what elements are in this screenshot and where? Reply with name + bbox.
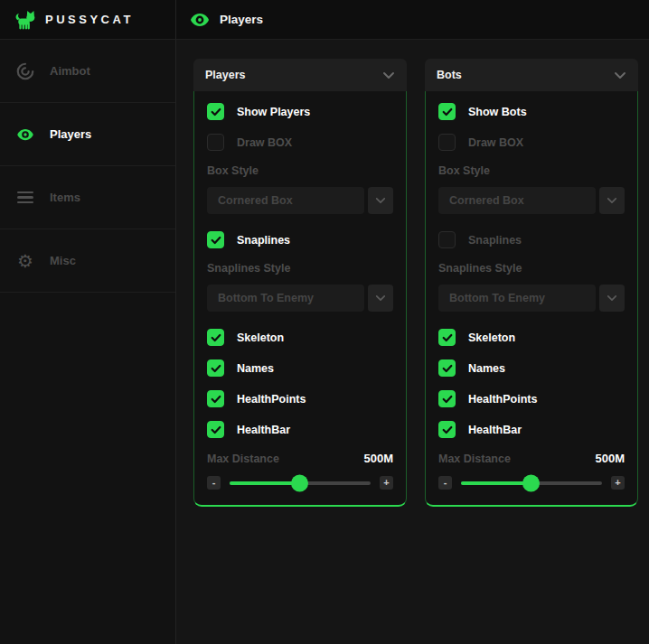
main-content: Players Show Players Draw BOX: [176, 40, 649, 644]
checkbox-icon[interactable]: [438, 134, 456, 151]
sidebar-item-aimbot[interactable]: Aimbot: [0, 40, 175, 103]
skeleton-checkbox-row[interactable]: Skeleton: [438, 329, 625, 346]
panel-header[interactable]: Bots: [425, 59, 638, 91]
chevron-down-icon: [614, 71, 626, 79]
increase-button[interactable]: +: [611, 476, 625, 490]
checkbox-label: HealthPoints: [237, 393, 306, 406]
snaplines-style-select-button[interactable]: [368, 285, 393, 312]
box-style-select-row: Cornered Box: [438, 187, 625, 214]
checkbox-label: Names: [237, 362, 274, 375]
eye-icon: [190, 13, 210, 27]
cat-logo-icon: [13, 9, 36, 31]
snaplines-style-select-button[interactable]: [599, 285, 625, 312]
healthbar-checkbox-row[interactable]: HealthBar: [207, 421, 393, 438]
chevron-down-icon: [607, 197, 617, 204]
slider-track[interactable]: [461, 481, 602, 485]
snaplines-checkbox-row[interactable]: Snaplines: [207, 231, 393, 248]
max-distance-row: Max Distance 500M: [207, 452, 393, 465]
sidebar-item-items[interactable]: Items: [0, 166, 175, 229]
sidebar-item-label: Items: [50, 191, 80, 204]
box-style-select[interactable]: Cornered Box: [207, 187, 364, 214]
box-style-select[interactable]: Cornered Box: [438, 187, 596, 214]
select-value: Bottom To Enemy: [218, 292, 314, 304]
checkbox-icon[interactable]: [207, 134, 224, 151]
snaplines-style-select-row: Bottom To Enemy: [438, 285, 625, 312]
page-header: Players: [176, 0, 649, 40]
sidebar-item-players[interactable]: Players: [0, 103, 175, 166]
sidebar: Aimbot Players Items ⚙ Misc: [0, 40, 176, 644]
select-value: Cornered Box: [449, 194, 524, 207]
healthbar-checkbox-row[interactable]: HealthBar: [438, 421, 625, 438]
chevron-down-icon: [375, 294, 386, 302]
healthpoints-checkbox-row[interactable]: HealthPoints: [207, 390, 393, 407]
box-style-select-row: Cornered Box: [207, 187, 393, 214]
checkbox-icon[interactable]: [207, 390, 224, 407]
checkbox-label: Names: [468, 362, 505, 375]
checkbox-icon[interactable]: [438, 103, 456, 120]
sidebar-item-label: Players: [50, 127, 91, 141]
slider-thumb[interactable]: [522, 474, 540, 491]
panel-body: Show Bots Draw BOX Box Style Cornered Bo…: [425, 91, 638, 507]
checkbox-icon[interactable]: [207, 359, 224, 377]
checkbox-icon[interactable]: [438, 359, 456, 377]
box-style-select-button[interactable]: [599, 187, 625, 214]
slider-fill: [461, 481, 531, 485]
skeleton-checkbox-row[interactable]: Skeleton: [207, 329, 393, 346]
max-distance-label: Max Distance: [207, 453, 279, 465]
select-value: Bottom To Enemy: [449, 292, 545, 304]
slider-thumb[interactable]: [291, 474, 308, 491]
checkbox-icon[interactable]: [207, 231, 224, 248]
chevron-down-icon: [375, 197, 386, 204]
checkbox-label: Show Players: [237, 106, 310, 118]
chevron-down-icon: [382, 71, 395, 79]
decrease-button[interactable]: -: [207, 476, 221, 490]
box-style-label: Box Style: [438, 164, 625, 177]
page-title: Players: [220, 13, 263, 26]
checkbox-icon[interactable]: [207, 421, 224, 438]
slider-fill: [230, 481, 300, 485]
checkbox-icon[interactable]: [438, 421, 456, 438]
logo-area: PUSSYCAT: [0, 0, 176, 40]
draw-box-checkbox-row[interactable]: Draw BOX: [438, 134, 625, 151]
checkbox-icon[interactable]: [438, 231, 456, 248]
names-checkbox-row[interactable]: Names: [438, 359, 625, 377]
checkbox-icon[interactable]: [207, 103, 224, 120]
eye-icon: [14, 128, 37, 141]
checkbox-icon[interactable]: [438, 390, 456, 407]
snaplines-style-select[interactable]: Bottom To Enemy: [207, 285, 364, 312]
checkbox-icon[interactable]: [207, 329, 224, 346]
checkbox-label: HealthPoints: [468, 393, 537, 406]
checkbox-icon[interactable]: [438, 329, 456, 346]
sidebar-item-misc[interactable]: ⚙ Misc: [0, 229, 175, 293]
checkbox-label: Draw BOX: [237, 136, 292, 149]
max-distance-slider-row: - +: [207, 476, 393, 490]
snaplines-style-label: Snaplines Style: [438, 262, 625, 275]
list-icon: [14, 191, 37, 204]
checkbox-label: HealthBar: [237, 424, 290, 436]
panel-body: Show Players Draw BOX Box Style Cornered…: [193, 91, 407, 507]
snaplines-style-label: Snaplines Style: [207, 262, 393, 275]
panel-title: Bots: [437, 69, 462, 81]
select-value: Cornered Box: [218, 194, 293, 207]
max-distance-label: Max Distance: [438, 453, 511, 465]
panel-header[interactable]: Players: [193, 59, 407, 91]
show-checkbox-row[interactable]: Show Players: [207, 103, 393, 120]
increase-button[interactable]: +: [380, 476, 393, 490]
box-style-select-button[interactable]: [368, 187, 393, 214]
sidebar-item-label: Misc: [50, 254, 76, 267]
snaplines-checkbox-row[interactable]: Snaplines: [438, 231, 625, 248]
checkbox-label: HealthBar: [468, 424, 522, 436]
checkbox-label: Skeleton: [237, 331, 284, 344]
snaplines-style-select-row: Bottom To Enemy: [207, 285, 393, 312]
snaplines-style-select[interactable]: Bottom To Enemy: [438, 285, 596, 312]
show-checkbox-row[interactable]: Show Bots: [438, 103, 625, 120]
slider-track[interactable]: [230, 481, 371, 485]
aimbot-icon: [14, 61, 37, 81]
decrease-button[interactable]: -: [438, 476, 452, 490]
healthpoints-checkbox-row[interactable]: HealthPoints: [438, 390, 625, 407]
draw-box-checkbox-row[interactable]: Draw BOX: [207, 134, 393, 151]
gear-icon: ⚙: [14, 252, 37, 270]
checkbox-label: Snaplines: [237, 234, 290, 247]
settings-panel: Bots Show Bots Draw BOX: [425, 59, 638, 507]
names-checkbox-row[interactable]: Names: [207, 359, 393, 377]
